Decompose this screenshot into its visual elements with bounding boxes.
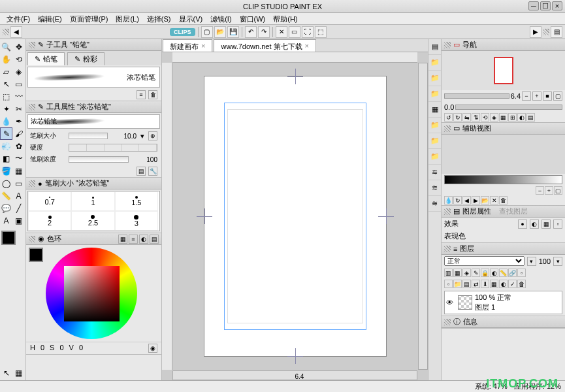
new-icon[interactable]: ▤ xyxy=(462,280,471,288)
checker-icon[interactable]: ▦ xyxy=(12,367,25,379)
layer-thumbnail[interactable] xyxy=(458,295,472,310)
close-tab-icon[interactable]: × xyxy=(305,42,309,50)
nav-icon[interactable]: ▦ xyxy=(499,113,508,122)
save-preset-icon[interactable]: ▤ xyxy=(137,167,146,176)
undo-icon[interactable]: ↶ xyxy=(245,26,257,38)
nav-icon[interactable]: ◈ xyxy=(490,113,498,122)
brush-size-slider[interactable] xyxy=(69,133,108,139)
menu-file[interactable]: 文件(F) xyxy=(3,13,34,24)
flip-v-icon[interactable]: ⇅ xyxy=(472,113,480,122)
minimize-button[interactable]: ─ xyxy=(528,1,539,10)
color-wheel[interactable] xyxy=(46,248,137,339)
brush-size-cell[interactable]: 0.7 xyxy=(28,191,71,211)
zoom-out-icon[interactable]: − xyxy=(536,186,544,195)
scrollbar-vertical[interactable] xyxy=(418,63,428,370)
airbrush-tool-icon[interactable]: 💨 xyxy=(0,140,12,152)
new-icon[interactable]: ▢ xyxy=(201,26,213,38)
redo-icon[interactable]: ↷ xyxy=(258,26,270,38)
folder-icon[interactable]: 📁 xyxy=(428,133,441,149)
stroke-preview[interactable]: 浓芯铅笔 xyxy=(27,67,160,88)
layer-item[interactable]: 👁 100 % 正常 图层 1 xyxy=(444,291,562,314)
brush-size-cell[interactable]: 2 xyxy=(28,211,71,231)
layer-name[interactable]: 图层 1 xyxy=(475,302,560,312)
doc-tab[interactable]: 新建画布× xyxy=(163,39,212,52)
trash-icon[interactable]: 🗑 xyxy=(148,90,157,99)
menu-select[interactable]: 选择(S) xyxy=(143,13,175,24)
rotate-slider[interactable] xyxy=(455,105,562,110)
layer-move-tool-icon[interactable]: ↖ xyxy=(0,78,12,90)
rotate-icon[interactable]: ↻ xyxy=(453,196,462,204)
reference-icon[interactable]: ◈ xyxy=(462,269,471,277)
collapse-right-icon[interactable]: ▶ xyxy=(530,26,541,38)
deselect-icon[interactable]: ▭ xyxy=(289,26,300,38)
prev-icon[interactable]: ◀ xyxy=(462,196,471,204)
layers-icon[interactable]: ≋ xyxy=(428,165,441,180)
menu-help[interactable]: 帮助(H) xyxy=(269,13,301,24)
clear-icon[interactable]: ✕ xyxy=(490,196,498,204)
brush-size-cell[interactable]: 2.5 xyxy=(71,211,114,231)
flip-h-icon[interactable]: ⇋ xyxy=(462,113,471,122)
new-folder-icon[interactable]: 📁 xyxy=(453,280,462,288)
zoom-in-icon[interactable]: + xyxy=(545,186,553,195)
pattern-icon[interactable]: ▦ xyxy=(541,220,551,229)
wand-tool-icon[interactable]: ✦ xyxy=(0,103,12,115)
folder-icon[interactable]: 📁 xyxy=(428,149,441,165)
visibility-icon[interactable]: 👁 xyxy=(446,299,455,306)
layer-color-icon[interactable]: ▫ xyxy=(553,220,562,229)
mask-icon[interactable]: ◐ xyxy=(490,269,498,277)
foreground-swatch[interactable] xyxy=(1,231,16,245)
next-icon[interactable]: ▶ xyxy=(472,196,480,204)
line-tool-icon[interactable]: ╱ xyxy=(12,202,25,214)
trash-icon[interactable]: 🗑 xyxy=(517,280,526,288)
eraser-tool-icon[interactable]: ◧ xyxy=(0,152,12,165)
fit-icon[interactable]: ▢ xyxy=(554,186,562,195)
reset-icon[interactable]: ⟲ xyxy=(481,113,489,122)
folder-icon[interactable]: 📁 xyxy=(428,71,441,86)
nav-icon[interactable]: ◐ xyxy=(517,113,526,122)
menu-window[interactable]: 窗口(W) xyxy=(236,13,270,24)
correct-tool-icon[interactable]: A xyxy=(0,214,12,227)
density-slider[interactable] xyxy=(69,156,129,163)
menu-filter[interactable]: 滤镜(I) xyxy=(206,13,235,24)
subtool-tab-pastel[interactable]: ✎粉彩 xyxy=(67,52,105,65)
blend-mode-select[interactable]: 正常 xyxy=(444,256,525,266)
checker-icon[interactable]: ▦ xyxy=(428,102,441,118)
transfer-icon[interactable]: ⇄ xyxy=(472,280,480,288)
move-tool-icon[interactable]: ✥ xyxy=(12,41,25,53)
pencil-tool-icon[interactable]: ✎ xyxy=(0,127,12,140)
color-mix-icon[interactable]: ◐ xyxy=(139,235,148,244)
clips-logo[interactable]: CLIPS xyxy=(170,28,195,36)
link-icon[interactable]: 🔗 xyxy=(508,269,517,277)
close-tab-icon[interactable]: × xyxy=(201,42,205,50)
ruler-icon[interactable]: 📏 xyxy=(499,269,508,277)
color-set-icon[interactable]: ▦ xyxy=(118,235,127,244)
open-icon[interactable]: 📂 xyxy=(481,196,489,204)
nav-icon[interactable]: ▤ xyxy=(526,113,535,122)
zoom-slider[interactable] xyxy=(444,93,509,99)
link-icon[interactable]: ⊕ xyxy=(148,131,157,140)
subview-slider[interactable] xyxy=(444,175,562,184)
menu-page[interactable]: 页面管理(P) xyxy=(66,13,112,24)
apply-mask-icon[interactable]: ✓ xyxy=(508,280,517,288)
balloon-tool-icon[interactable]: 💬 xyxy=(0,202,12,214)
hardness-selector[interactable] xyxy=(69,144,157,152)
lasso-tool-icon[interactable]: 〰 xyxy=(12,90,25,103)
color-square[interactable] xyxy=(64,266,120,321)
select-tool-icon[interactable]: ▭ xyxy=(12,78,25,90)
fill-tool-icon[interactable]: 🪣 xyxy=(0,165,12,177)
open-icon[interactable]: 📂 xyxy=(214,26,226,38)
marquee-tool-icon[interactable]: ⬚ xyxy=(0,90,12,103)
folder-icon[interactable]: 📁 xyxy=(428,118,441,133)
clip-icon[interactable]: ▥ xyxy=(444,269,453,277)
panel-tool-icon[interactable]: ▣ xyxy=(12,214,25,227)
folder-icon[interactable]: 📁 xyxy=(428,86,441,102)
canvas-page[interactable] xyxy=(204,76,387,357)
eyedropper-tool-icon[interactable]: 💧 xyxy=(0,115,12,127)
wrench-icon[interactable]: 🔧 xyxy=(148,167,157,176)
magnify-tool-icon[interactable]: 🔍 xyxy=(0,41,12,53)
layers-icon[interactable]: ≋ xyxy=(428,180,441,196)
merge-icon[interactable]: ⬇ xyxy=(481,280,489,288)
frame-tool-icon[interactable]: ▭ xyxy=(12,177,25,189)
hand-tool-icon[interactable]: ✋ xyxy=(0,53,12,65)
mask-new-icon[interactable]: ◐ xyxy=(499,280,508,288)
